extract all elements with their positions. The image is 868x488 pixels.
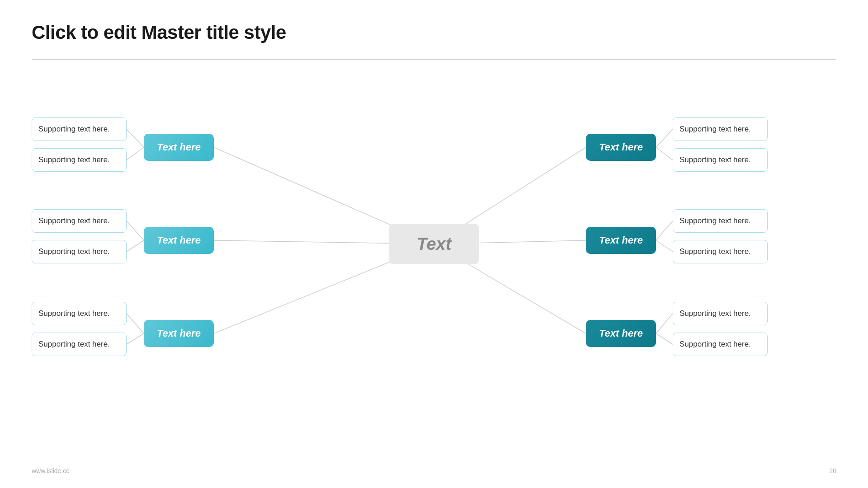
right-node-1-label: Text here [599,141,643,153]
svg-line-8 [127,221,144,240]
support-box-ls2[interactable]: Supporting text here. [32,148,127,172]
support-box-rs3[interactable]: Supporting text here. [673,209,768,233]
svg-line-9 [127,240,144,252]
support-box-rs6[interactable]: Supporting text here. [673,333,768,356]
support-ls2-text: Supporting text here. [38,155,110,164]
support-box-rs4[interactable]: Supporting text here. [673,240,768,263]
center-label: Text [417,235,452,254]
right-node-3-label: Text here [599,328,643,339]
left-node-1-label: Text here [157,141,201,153]
left-node-3-label: Text here [157,328,201,339]
support-rs2-text: Supporting text here. [679,155,751,164]
support-box-rs1[interactable]: Supporting text here. [673,117,768,141]
svg-line-14 [656,221,673,240]
support-box-ls5[interactable]: Supporting text here. [32,302,127,325]
footer-website: www.islide.cc [32,467,69,474]
support-box-rs5[interactable]: Supporting text here. [673,302,768,325]
left-node-2-label: Text here [157,235,201,246]
support-ls5-text: Supporting text here. [38,309,110,318]
support-box-ls3[interactable]: Supporting text here. [32,209,127,233]
svg-line-12 [656,129,673,147]
svg-line-10 [127,314,144,333]
center-node[interactable]: Text [389,224,479,264]
support-rs5-text: Supporting text here. [679,309,751,318]
left-node-1[interactable]: Text here [144,134,214,161]
right-node-2[interactable]: Text here [586,227,656,254]
svg-line-17 [656,333,673,344]
svg-line-15 [656,240,673,252]
support-ls1-text: Supporting text here. [38,125,110,134]
support-box-ls4[interactable]: Supporting text here. [32,240,127,263]
svg-line-6 [127,129,144,147]
support-box-ls6[interactable]: Supporting text here. [32,333,127,356]
support-rs6-text: Supporting text here. [679,340,751,349]
right-node-2-label: Text here [599,235,643,246]
svg-line-11 [127,333,144,344]
right-node-1[interactable]: Text here [586,134,656,161]
support-ls6-text: Supporting text here. [38,340,110,349]
support-rs3-text: Supporting text here. [679,216,751,225]
svg-line-13 [656,147,673,160]
svg-line-16 [656,314,673,333]
footer-page-number: 20 [829,467,836,474]
support-rs1-text: Supporting text here. [679,125,751,134]
left-node-3[interactable]: Text here [144,320,214,347]
left-node-2[interactable]: Text here [144,227,214,254]
support-box-rs2[interactable]: Supporting text here. [673,148,768,172]
title-divider [32,59,836,60]
support-box-ls1[interactable]: Supporting text here. [32,117,127,141]
page-title: Click to edit Master title style [32,22,286,43]
support-ls4-text: Supporting text here. [38,247,110,256]
right-node-3[interactable]: Text here [586,320,656,347]
support-rs4-text: Supporting text here. [679,247,751,256]
support-ls3-text: Supporting text here. [38,216,110,225]
svg-line-7 [127,147,144,160]
